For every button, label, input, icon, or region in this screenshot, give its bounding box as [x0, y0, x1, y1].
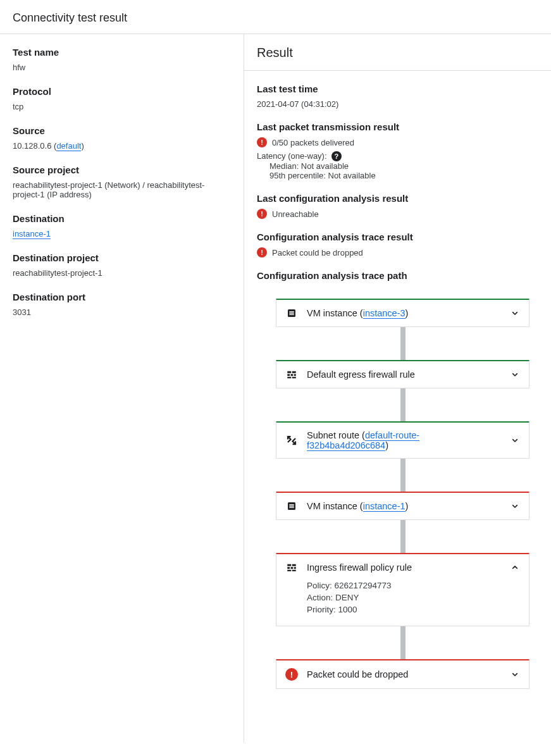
trace-connector [400, 626, 406, 659]
trace-node-header[interactable]: !Packet could be dropped [276, 660, 529, 688]
svg-rect-21 [292, 570, 296, 571]
config-analysis-label: Last configuration analysis result [257, 193, 538, 204]
trace-path-label: Configuration analysis trace path [257, 270, 538, 281]
packet-transmission-label: Last packet transmission result [257, 121, 538, 132]
source-project-value: reachabilitytest-project-1 (Network) / r… [13, 180, 231, 199]
test-name-label: Test name [13, 47, 231, 58]
svg-rect-4 [287, 371, 291, 373]
svg-rect-20 [287, 570, 291, 571]
trace-node-header[interactable]: Default egress firewall rule [276, 361, 529, 388]
svg-rect-10 [292, 377, 296, 378]
trace-node-header[interactable]: VM instance (instance-1) [276, 493, 529, 519]
svg-rect-15 [287, 564, 291, 566]
vm-icon-slot [285, 307, 298, 319]
chevron-down-icon[interactable] [510, 435, 520, 445]
trace-node: !Packet could be dropped [276, 659, 529, 689]
destination-project-label: Destination project [13, 252, 231, 263]
chevron-down-icon[interactable] [510, 669, 520, 679]
chevron-up-icon [510, 562, 520, 573]
firewall-icon-slot [285, 369, 298, 380]
svg-rect-5 [292, 371, 296, 373]
svg-rect-14 [289, 507, 294, 508]
trace-node: VM instance (instance-1) [276, 492, 529, 520]
source-project-label: Source project [13, 164, 231, 175]
trace-node-title: VM instance (instance-3) [307, 308, 501, 318]
right-panel: Result Last test time 2021-04-07 (04:31:… [244, 34, 551, 743]
chevron-down-icon[interactable] [510, 501, 520, 511]
trace-node-title: Ingress firewall policy rule [307, 562, 501, 573]
trace-connector [400, 388, 406, 421]
trace-node: Default egress firewall rule [276, 360, 529, 388]
left-panel: Test name hfw Protocol tcp Source 10.128… [0, 34, 244, 743]
svg-rect-19 [294, 567, 296, 569]
result-heading: Result [244, 34, 551, 71]
error-icon: ! [285, 668, 298, 681]
destination-link[interactable]: instance-1 [13, 229, 51, 239]
svg-rect-18 [291, 567, 294, 569]
trace-node: VM instance (instance-3) [276, 299, 529, 327]
trace-node-title: Subnet route (default-route-f32b4ba4d206… [307, 430, 501, 450]
trace-connector [400, 520, 406, 553]
source-label: Source [13, 125, 231, 136]
config-analysis-value: Unreachable [272, 209, 319, 219]
packets-delivered-value: 0/50 packets delivered [272, 138, 354, 147]
svg-rect-3 [289, 314, 294, 315]
latency-p95: 95th percentile: Not available [257, 171, 538, 180]
trace-result-value: Packet could be dropped [272, 248, 363, 257]
source-close: ) [81, 141, 84, 151]
source-value: 10.128.0.6 (default) [13, 141, 231, 151]
latency-median: Median: Not available [257, 161, 538, 171]
chevron-down-icon [510, 369, 520, 380]
svg-rect-17 [287, 567, 290, 569]
help-icon[interactable]: ? [331, 151, 342, 161]
vm-icon-slot [285, 500, 298, 512]
page-title: Connectivity test result [0, 0, 551, 34]
trace-node-link[interactable]: instance-3 [363, 308, 406, 319]
svg-rect-16 [292, 564, 296, 566]
source-network-link[interactable]: default [56, 141, 81, 151]
firewall-icon [286, 369, 297, 380]
trace-node-title: Packet could be dropped [307, 669, 501, 679]
destination-project-value: reachabilitytest-project-1 [13, 268, 231, 278]
chevron-down-icon[interactable] [510, 369, 520, 380]
trace-node-header[interactable]: Subnet route (default-route-f32b4ba4d206… [276, 423, 529, 458]
trace-node-header[interactable]: Ingress firewall policy rule [276, 554, 529, 581]
svg-rect-9 [287, 377, 291, 378]
chevron-down-icon [510, 669, 520, 679]
trace-result-label: Configuration analysis trace result [257, 232, 538, 242]
svg-rect-2 [289, 313, 294, 313]
svg-rect-8 [294, 374, 296, 376]
error-icon-slot: ! [285, 668, 298, 681]
destination-label: Destination [13, 213, 231, 224]
trace-path: VM instance (instance-3)Default egress f… [257, 286, 538, 695]
svg-rect-12 [289, 504, 294, 505]
test-name-value: hfw [13, 63, 231, 72]
svg-rect-13 [289, 505, 294, 506]
error-icon: ! [257, 209, 267, 219]
trace-connector [400, 459, 406, 492]
svg-rect-1 [289, 311, 294, 312]
chevron-down-icon[interactable] [510, 308, 520, 318]
chevron-up-icon[interactable] [510, 562, 520, 573]
trace-connector [400, 327, 406, 360]
vm-instance-icon [286, 500, 297, 512]
chevron-down-icon [510, 435, 520, 445]
vm-instance-icon [286, 307, 297, 319]
trace-node-title: Default egress firewall rule [307, 369, 501, 380]
trace-node-detail: Priority: 1000 [307, 605, 520, 614]
protocol-value: tcp [13, 102, 231, 111]
firewall-icon-slot [285, 562, 298, 573]
error-icon: ! [257, 137, 267, 147]
error-icon: ! [257, 247, 267, 257]
svg-rect-7 [291, 374, 294, 376]
trace-node: Ingress firewall policy rulePolicy: 6262… [276, 553, 529, 626]
trace-node-title: VM instance (instance-1) [307, 501, 501, 511]
protocol-label: Protocol [13, 86, 231, 97]
trace-node-link[interactable]: instance-1 [363, 501, 406, 512]
destination-port-value: 3031 [13, 307, 231, 317]
trace-node-detail: Action: DENY [307, 593, 520, 602]
trace-node-header[interactable]: VM instance (instance-3) [276, 300, 529, 326]
route-icon [286, 435, 297, 446]
chevron-down-icon [510, 308, 520, 318]
svg-rect-6 [287, 374, 290, 376]
